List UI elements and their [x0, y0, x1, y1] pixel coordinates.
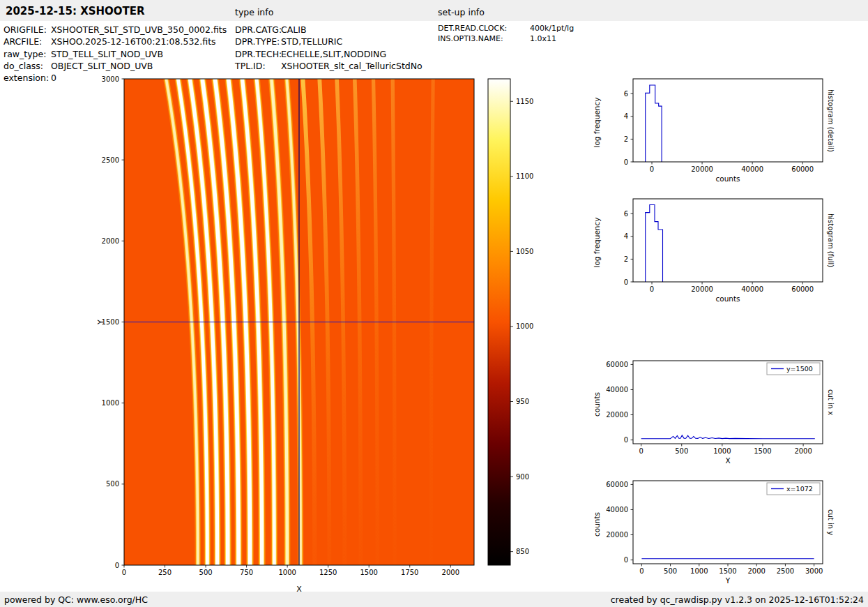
histogram-detail-plot: 02000040000600000246countslog frequency: [590, 75, 832, 189]
plot-text: 950: [516, 398, 529, 405]
meta-value: OBJECT_SLIT_NOD_UVB: [51, 60, 227, 72]
plot-text: 0: [624, 278, 628, 286]
plot-text: Y: [725, 576, 731, 585]
panel-label-cut-in-x: cut in x: [825, 361, 836, 444]
meta-label: ARCFILE:: [3, 36, 51, 47]
plot-text: 3000: [805, 567, 823, 575]
plot-text: 2: [624, 255, 628, 263]
plot-text: counts: [715, 294, 740, 303]
meta-label: INS.OPTI3.NAME:: [438, 34, 530, 45]
plot-text: log frequency: [593, 97, 601, 147]
plot-text: 2000: [442, 569, 459, 576]
setup-info-block: DET.READ.CLOCK:400k/1pt/lg INS.OPTI3.NAM…: [438, 24, 574, 44]
meta-label: do_class:: [3, 60, 51, 72]
header-bar: 2025-12-15: XSHOOTER type info set-up in…: [0, 0, 868, 21]
plot-text: 0: [624, 556, 628, 564]
meta-value: XSHOO.2025-12-16T00:21:08.532.fits: [51, 36, 227, 47]
meta-value: CALIB: [281, 24, 422, 36]
meta-value: XSHOOTER_SLT_STD_UVB_350_0002.fits: [51, 24, 227, 36]
plot-text: 4: [624, 112, 628, 120]
plot-text: 1500: [719, 567, 736, 575]
meta-row: ORIGFILE:XSHOOTER_SLT_STD_UVB_350_0002.f…: [3, 24, 227, 36]
plot-text: 2000: [102, 237, 119, 245]
meta-label: TPL.ID:: [235, 60, 281, 72]
plot-text: 1000: [278, 569, 296, 576]
plot-text: 0: [639, 567, 644, 575]
plot-text: 20000: [691, 165, 713, 173]
plot-text: 4: [624, 232, 628, 240]
plot-text: 0: [115, 562, 119, 569]
plot-text: 40000: [741, 285, 763, 293]
type-info-heading: type info: [235, 7, 273, 17]
meta-label: DPR.TYPE:: [235, 36, 281, 47]
plot-text: 1250: [319, 569, 337, 576]
plot-text: 500: [106, 480, 119, 488]
plot-text: 0: [650, 165, 654, 173]
plot-text: 2: [624, 135, 628, 143]
plot-text: 0: [639, 447, 643, 455]
plot-text: Y: [96, 320, 105, 325]
cut-in-x-plot: 05001000150020000200004000060000Xcountsy…: [590, 357, 832, 471]
plot-text: 250: [158, 569, 172, 576]
plot-text: counts: [593, 512, 601, 537]
panel-label-histogram-full: histogram (full): [825, 199, 836, 282]
meta-row: raw_type:STD_TELL_SLIT_NOD_UVB: [3, 48, 227, 60]
plot-text: 1100: [516, 172, 533, 180]
plot-text: 40000: [741, 165, 763, 173]
cut-in-y-plot: 0500100015002000250030000200004000060000…: [590, 477, 832, 590]
plot-text: x=1072: [786, 485, 813, 493]
colorbar: 8509009501000105011001150: [484, 73, 554, 595]
meta-row: TPL.ID:XSHOOTER_slt_cal_TelluricStdNo: [235, 60, 422, 72]
plot-text: 1000: [516, 322, 533, 330]
plot-text: 1000: [713, 447, 731, 455]
plot-text: counts: [715, 174, 740, 183]
colorbar-gradient: [488, 79, 510, 565]
plot-text: 1050: [516, 248, 533, 255]
plot-text: 900: [516, 473, 529, 481]
meta-label: DPR.TECH:: [235, 48, 281, 60]
type-info-block: DPR.CATG:CALIB DPR.TYPE:STD,TELLURIC DPR…: [235, 24, 422, 72]
plot-text: 1750: [401, 569, 418, 576]
plot-text: 0: [624, 158, 628, 166]
echelle-orders-image: [124, 79, 474, 565]
meta-row: ARCFILE:XSHOO.2025-12-16T00:21:08.532.fi…: [3, 36, 227, 47]
plot-text: 3000: [102, 75, 119, 83]
plot-text: 20000: [606, 411, 628, 419]
meta-label: DET.READ.CLOCK:: [438, 24, 530, 34]
plot-text: 0: [122, 569, 126, 576]
meta-value: XSHOOTER_slt_cal_TelluricStdNo: [281, 60, 422, 72]
histogram-full-plot: 02000040000600000246countslog frequency: [590, 195, 832, 309]
plot-text: 500: [664, 567, 677, 575]
plot-text: 2000: [794, 447, 812, 455]
meta-row: DET.READ.CLOCK:400k/1pt/lg: [438, 24, 574, 34]
meta-value: ECHELLE,SLIT,NODDING: [281, 48, 422, 60]
panel-label-cut-in-y: cut in y: [825, 481, 836, 564]
plot-text: 60000: [606, 481, 628, 488]
raw-frame-plot: 0250500750100012501500175020000500100015…: [85, 73, 480, 595]
plot-text: 0: [624, 436, 628, 444]
plot-text: 40000: [606, 506, 628, 514]
plot-text: 6: [624, 90, 628, 98]
plot-text: 2000: [747, 567, 765, 575]
plot-text: 850: [516, 548, 529, 555]
plot-text: 2500: [777, 567, 794, 575]
meta-row: INS.OPTI3.NAME:1.0x11: [438, 34, 574, 45]
meta-label: raw_type:: [3, 48, 51, 60]
plot-text: 500: [675, 447, 688, 455]
setup-info-heading: set-up info: [438, 7, 485, 17]
meta-row: DPR.TECH:ECHELLE,SLIT,NODDING: [235, 48, 422, 60]
plot-text: 40000: [606, 386, 628, 394]
page-title: 2025-12-15: XSHOOTER: [6, 5, 145, 17]
meta-value: STD,TELLURIC: [281, 36, 422, 47]
plot-text: 6: [624, 210, 628, 218]
plot-text: log frequency: [593, 217, 601, 267]
qc-report-page: { "header": { "title": "2025-12-15: XSHO…: [0, 0, 868, 607]
plot-text: 1500: [754, 447, 771, 455]
meta-label: extension:: [3, 72, 51, 84]
footer-bar: powered by QC: www.eso.org/HC created by…: [0, 592, 868, 607]
meta-value: 400k/1pt/lg: [530, 24, 574, 34]
meta-row: do_class:OBJECT_SLIT_NOD_UVB: [3, 60, 227, 72]
plot-text: 1000: [102, 399, 119, 407]
plot-text: 0: [650, 285, 654, 293]
plot-text: counts: [593, 392, 601, 417]
